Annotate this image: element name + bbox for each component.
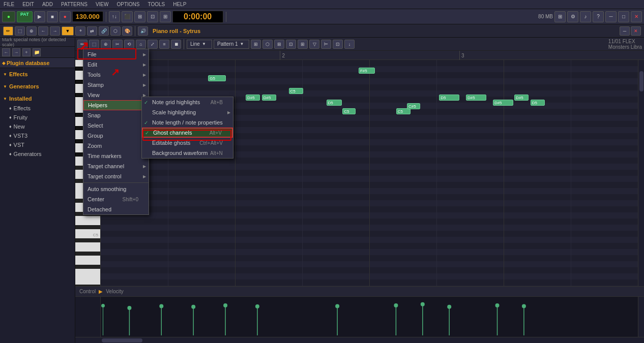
menu-stamp-item[interactable]: Stamp (83, 80, 149, 90)
sidebar-folder-btn[interactable]: 📁 (33, 48, 41, 56)
note-block-4[interactable]: D#5 (246, 95, 260, 101)
tool-icon-1[interactable]: ↑↓ (109, 11, 120, 22)
sidebar-fwd-btn[interactable]: → (12, 48, 20, 56)
pr-snap-tool[interactable]: ⌖ (75, 26, 85, 36)
menu-edit[interactable]: EDIT (21, 2, 36, 7)
pr-paint-tool[interactable]: 🎨 (122, 26, 132, 36)
pr-speaker-icon[interactable]: 🔊 (138, 26, 148, 36)
sidebar-installed-header[interactable]: ▼ Installed (2, 93, 73, 104)
menu-file[interactable]: FILE (2, 2, 16, 7)
pr-tool-q[interactable]: ↓ (344, 40, 355, 49)
pr-tool-m[interactable]: ⊡ (286, 40, 296, 49)
menu-center-item[interactable]: Center Shift+0 (83, 194, 149, 204)
submenu-note-grid-highlights[interactable]: Note grid highlights Alt+B (142, 97, 233, 107)
note-block-5[interactable]: D#5 (262, 95, 276, 101)
sidebar-item-vst[interactable]: ♦ VST (2, 140, 73, 149)
menu-help[interactable]: HELP (171, 2, 188, 7)
menu-detached-item[interactable]: Detached (83, 204, 149, 214)
pr-tool-h[interactable]: ≡ (159, 40, 169, 49)
velocity-bars[interactable] (101, 297, 638, 337)
note-block-6[interactable]: C5 (289, 88, 303, 94)
stop-button[interactable]: ■ (47, 11, 58, 22)
pr-tool-l[interactable]: ⊞ (274, 40, 284, 49)
tool-icon-2[interactable]: ⬛ (122, 11, 133, 22)
pr-tool-b[interactable]: ⬚ (89, 40, 99, 49)
pr-tool-d[interactable]: ✂ (112, 40, 123, 49)
menu-tools-item[interactable]: Tools (83, 70, 149, 80)
sidebar-item-fruity[interactable]: ♦ Fruity (2, 113, 73, 122)
settings-icon[interactable]: ⚙ (567, 11, 578, 22)
pr-stamp-tool[interactable]: ⬡ (110, 26, 121, 36)
menu-snap-item[interactable]: Snap (83, 110, 149, 120)
sidebar-generators-header[interactable]: ▼ Generators (2, 81, 73, 91)
midi-icon[interactable]: ♪ (580, 11, 591, 22)
help-icon-btn[interactable]: ? (593, 11, 604, 22)
pr-tool-c[interactable]: ⊕ (101, 40, 111, 49)
sidebar-back-btn[interactable]: ← (2, 48, 10, 56)
submenu-background-waveform[interactable]: Background waveform Alt+N (142, 148, 233, 158)
note-block-16[interactable]: D5 (531, 100, 545, 106)
note-block-8[interactable]: C5 (342, 108, 356, 114)
scrollbar-thumb-v[interactable] (639, 71, 643, 91)
sidebar-item-generators[interactable]: ♦ Generators (2, 149, 73, 159)
scrollbar-thumb-h[interactable] (102, 338, 142, 342)
sidebar-item-effects[interactable]: ♦ Effects (2, 104, 73, 113)
menu-target-channel-item[interactable]: Target channel (83, 161, 149, 171)
pr-zoom-tool[interactable]: ⊕ (26, 26, 37, 36)
pr-dropdown-btn[interactable]: ▼ (62, 26, 74, 36)
pr-tool-n[interactable]: ⊞ (298, 40, 308, 49)
menu-options[interactable]: OPTIONS (115, 2, 141, 7)
menu-file-item[interactable]: File (83, 49, 149, 59)
play-button[interactable]: ▶ (34, 11, 45, 22)
pr-tool-e[interactable]: ⟲ (124, 40, 134, 49)
pr-tool-k[interactable]: ⬡ (262, 40, 273, 49)
menu-edit-item[interactable]: Edit (83, 59, 149, 70)
maximize-btn[interactable]: □ (618, 11, 629, 22)
pr-tool-o[interactable]: ⊢ (321, 40, 331, 49)
sidebar-item-vst3[interactable]: ♦ VST3 (2, 131, 73, 140)
note-block-3[interactable]: G5 (208, 75, 226, 81)
pr-tool-p[interactable]: ⊡ (333, 40, 343, 49)
sidebar-item-new[interactable]: ♦ New (2, 122, 73, 131)
note-block-9[interactable]: F#5 (359, 68, 375, 74)
record-button[interactable]: ● (60, 11, 71, 22)
note-block-15[interactable]: D#5 (514, 95, 529, 101)
note-grid[interactable]: C5 D5 G5 D#5 D#5 C5 D5 C5 F#5 C5 C#5 D5 … (101, 60, 638, 286)
menu-group-item[interactable]: Group (83, 131, 149, 141)
scrollbar-vertical[interactable] (638, 60, 644, 286)
note-block-14[interactable]: D#5 (493, 100, 513, 106)
minimize-btn[interactable]: ─ (605, 11, 617, 22)
menu-target-control-item[interactable]: Target control (83, 171, 149, 181)
line-dropdown[interactable]: Line ▼ (187, 40, 212, 49)
pattern-dropdown[interactable]: Pattern 1 ▼ (214, 40, 249, 49)
pat-button[interactable]: PAT (17, 11, 33, 22)
note-block-13[interactable]: D#5 (466, 95, 486, 101)
pr-close[interactable]: ✕ (631, 26, 641, 36)
pr-tool-g[interactable]: ⤢ (148, 40, 158, 49)
scrollbar-horizontal[interactable] (75, 337, 644, 343)
pr-tool-f[interactable]: ⌂ (136, 40, 146, 49)
submenu-ghost-channels[interactable]: Ghost channels Alt+V (142, 128, 233, 138)
menu-auto-smoothing-item[interactable]: Auto smoothing (83, 184, 149, 194)
menu-tools[interactable]: TOOLS (146, 2, 166, 7)
sidebar-effects-top-header[interactable]: ▼ Effects (2, 69, 73, 79)
menu-helpers-item[interactable]: Helpers (83, 100, 149, 110)
pr-flip-tool[interactable]: ⇄ (87, 26, 97, 36)
note-block-7[interactable]: D5 (327, 100, 342, 106)
mixer-icon[interactable]: ⊞ (554, 11, 566, 22)
velocity-scrollbar-v[interactable] (638, 297, 644, 337)
pr-minimize[interactable]: ─ (620, 26, 630, 36)
pr-draw-tool[interactable]: ✏ (3, 26, 13, 36)
pr-tool-a[interactable]: ✏ (77, 40, 87, 49)
logo-btn[interactable]: ● (2, 11, 15, 22)
note-block-12[interactable]: D5 (439, 95, 459, 101)
bpm-display[interactable]: 130.000 (72, 11, 103, 22)
tool-icon-4[interactable]: ⊡ (147, 11, 158, 22)
menu-select-item[interactable]: Select (83, 120, 149, 131)
submenu-editable-ghosts[interactable]: Editable ghosts Ctrl+Alt+V (142, 138, 233, 148)
tool-icon-3[interactable]: ⊞ (134, 11, 145, 22)
close-btn[interactable]: ✕ (631, 11, 642, 22)
menu-add[interactable]: ADD (41, 2, 54, 7)
note-block-11[interactable]: C#5 (407, 103, 420, 109)
submenu-note-length[interactable]: Note length / note properties (142, 117, 233, 128)
